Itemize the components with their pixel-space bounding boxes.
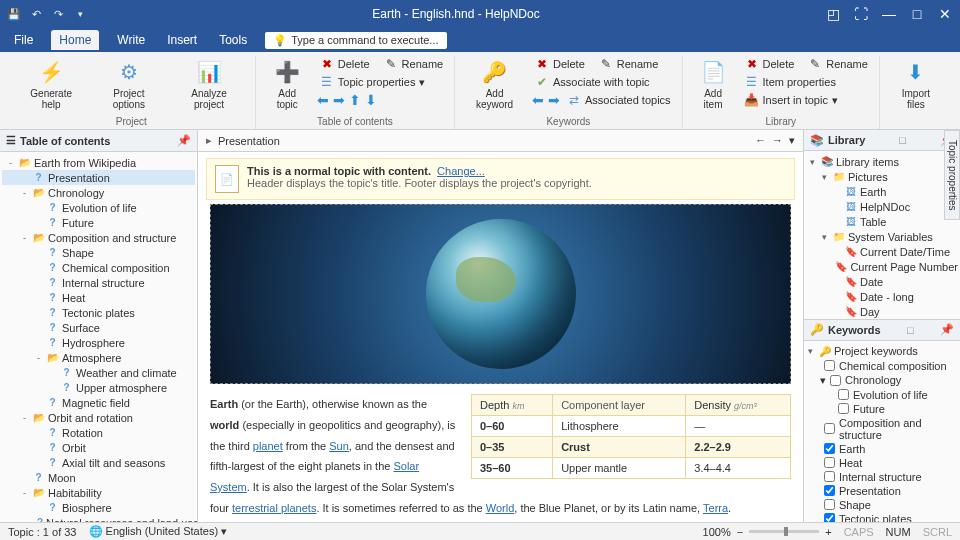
maximize-icon[interactable]: □ bbox=[908, 6, 926, 22]
menu-write[interactable]: Write bbox=[113, 31, 149, 49]
redo-icon[interactable]: ↷ bbox=[50, 6, 66, 22]
link-world[interactable]: World bbox=[486, 502, 515, 514]
delete-item-button[interactable]: ✖Delete bbox=[742, 56, 798, 72]
keyword-checkbox[interactable] bbox=[824, 423, 835, 434]
library-item[interactable]: 🖼HelpNDoc bbox=[806, 199, 958, 214]
library-item[interactable]: 🖼Table bbox=[806, 214, 958, 229]
keyword-item[interactable]: Presentation bbox=[806, 484, 958, 498]
library-item[interactable]: 🖼Earth bbox=[806, 184, 958, 199]
menu-insert[interactable]: Insert bbox=[163, 31, 201, 49]
topic-move-arrows[interactable]: ⬅➡⬆⬇ bbox=[317, 92, 446, 108]
pin-icon[interactable]: 📌 bbox=[177, 134, 191, 147]
link-terrestrial[interactable]: terrestrial planets bbox=[232, 502, 316, 514]
keyword-checkbox[interactable] bbox=[838, 389, 849, 400]
add-library-item-button[interactable]: 📄Add item bbox=[691, 56, 736, 112]
help-icon[interactable]: ◰ bbox=[824, 6, 842, 22]
add-keyword-button[interactable]: 🔑Add keyword bbox=[463, 56, 526, 112]
keywords-root[interactable]: ▾🔑Project keywords bbox=[806, 344, 958, 359]
library-item[interactable]: 🔖Date bbox=[806, 274, 958, 289]
keyword-item[interactable]: Earth bbox=[806, 442, 958, 456]
library-item[interactable]: 🔖Current Page Number bbox=[806, 259, 958, 274]
insert-in-topic-button[interactable]: 📥Insert in topic ▾ bbox=[742, 92, 871, 108]
topic-properties-button[interactable]: ☰Topic properties ▾ bbox=[317, 74, 446, 90]
link-planet[interactable]: planet bbox=[253, 440, 283, 452]
analyze-project-button[interactable]: 📊Analyze project bbox=[171, 56, 246, 112]
toc-item[interactable]: ?Evolution of life bbox=[2, 200, 195, 215]
toc-item[interactable]: ?Biosphere bbox=[2, 500, 195, 515]
keywords-tree[interactable]: ▾🔑Project keywordsChemical composition▾C… bbox=[804, 341, 960, 522]
keyword-item[interactable]: Future bbox=[806, 402, 958, 416]
toc-item[interactable]: ?Magnetic field bbox=[2, 395, 195, 410]
toc-item[interactable]: ?Upper atmosphere bbox=[2, 380, 195, 395]
toc-tree[interactable]: -📂Earth from Wikipedia?Presentation-📂Chr… bbox=[0, 152, 197, 522]
kw-maximize-icon[interactable]: □ bbox=[907, 324, 914, 336]
breadcrumb[interactable]: Presentation bbox=[218, 135, 280, 147]
toc-item[interactable]: -📂Atmosphere bbox=[2, 350, 195, 365]
qat-dropdown-icon[interactable]: ▾ bbox=[72, 6, 88, 22]
toc-item[interactable]: ?Moon bbox=[2, 470, 195, 485]
toc-item[interactable]: ?Rotation bbox=[2, 425, 195, 440]
nav-fwd-icon[interactable]: → bbox=[772, 134, 783, 147]
keyword-checkbox[interactable] bbox=[824, 471, 835, 482]
keyword-checkbox[interactable] bbox=[824, 485, 835, 496]
keyword-checkbox[interactable] bbox=[838, 403, 849, 414]
undo-icon[interactable]: ↶ bbox=[28, 6, 44, 22]
toc-item[interactable]: ?Future bbox=[2, 215, 195, 230]
library-item[interactable]: 🔖Day bbox=[806, 304, 958, 319]
project-options-button[interactable]: ⚙Project options bbox=[92, 56, 165, 112]
toc-item[interactable]: -📂Orbit and rotation bbox=[2, 410, 195, 425]
rename-keyword-button[interactable]: ✎Rename bbox=[596, 56, 662, 72]
keyword-checkbox[interactable] bbox=[824, 457, 835, 468]
toc-item[interactable]: ?Shape bbox=[2, 245, 195, 260]
library-tree[interactable]: ▾📚Library items▾📁Pictures🖼Earth🖼HelpNDoc… bbox=[804, 151, 960, 320]
import-files-button[interactable]: ⬇Import files bbox=[888, 56, 944, 112]
keyword-item[interactable]: Heat bbox=[806, 456, 958, 470]
toc-item[interactable]: -📂Earth from Wikipedia bbox=[2, 155, 195, 170]
toc-item[interactable]: ?Weather and climate bbox=[2, 365, 195, 380]
associate-keyword-button[interactable]: ✔Associate with topic bbox=[532, 74, 674, 90]
save-icon[interactable]: 💾 bbox=[6, 6, 22, 22]
minimize-icon[interactable]: — bbox=[880, 6, 898, 22]
topic-properties-tab[interactable]: Topic properties bbox=[944, 130, 960, 220]
add-topic-button[interactable]: ➕Add topic bbox=[264, 56, 311, 112]
nav-menu-icon[interactable]: ▾ bbox=[789, 134, 795, 147]
change-link[interactable]: Change... bbox=[437, 165, 485, 177]
toc-item[interactable]: ?Tectonic plates bbox=[2, 305, 195, 320]
library-item[interactable]: ▾📁Pictures bbox=[806, 169, 958, 184]
toc-item[interactable]: ?Axial tilt and seasons bbox=[2, 455, 195, 470]
keyword-checkbox[interactable] bbox=[824, 443, 835, 454]
keyword-checkbox[interactable] bbox=[830, 375, 841, 386]
status-lang[interactable]: 🌐 English (United States) ▾ bbox=[89, 525, 228, 538]
keyword-checkbox[interactable] bbox=[824, 499, 835, 510]
nav-back-icon[interactable]: ← bbox=[755, 134, 766, 147]
delete-keyword-button[interactable]: ✖Delete bbox=[532, 56, 588, 72]
toc-item[interactable]: ?Hydrosphere bbox=[2, 335, 195, 350]
keyword-item[interactable]: ▾Chronology bbox=[806, 373, 958, 388]
command-search[interactable]: 💡Type a command to execute... bbox=[265, 32, 446, 49]
fullscreen-icon[interactable]: ⛶ bbox=[852, 6, 870, 22]
zoom-control[interactable]: 100%−+ bbox=[703, 526, 832, 538]
toc-item[interactable]: ?Heat bbox=[2, 290, 195, 305]
keyword-checkbox[interactable] bbox=[824, 513, 835, 522]
menu-home[interactable]: Home bbox=[51, 30, 99, 50]
keyword-item[interactable]: Evolution of life bbox=[806, 388, 958, 402]
toc-item[interactable]: ?Chemical composition bbox=[2, 260, 195, 275]
link-terra[interactable]: Terra bbox=[703, 502, 728, 514]
menu-tools[interactable]: Tools bbox=[215, 31, 251, 49]
close-icon[interactable]: ✕ bbox=[936, 6, 954, 22]
item-properties-button[interactable]: ☰Item properties bbox=[742, 74, 871, 90]
keyword-item[interactable]: Shape bbox=[806, 498, 958, 512]
toc-item[interactable]: ?Internal structure bbox=[2, 275, 195, 290]
lib-maximize-icon[interactable]: □ bbox=[899, 134, 906, 146]
associated-topics-button[interactable]: ⇄Associated topics bbox=[564, 92, 674, 108]
toc-item[interactable]: ?Surface bbox=[2, 320, 195, 335]
keyword-item[interactable]: Composition and structure bbox=[806, 416, 958, 442]
rename-item-button[interactable]: ✎Rename bbox=[805, 56, 871, 72]
generate-help-button[interactable]: ⚡Generate help bbox=[16, 56, 86, 112]
toc-item[interactable]: -📂Composition and structure bbox=[2, 230, 195, 245]
menu-file[interactable]: File bbox=[10, 31, 37, 49]
library-item[interactable]: ▾📁System Variables bbox=[806, 229, 958, 244]
link-sun[interactable]: Sun bbox=[329, 440, 349, 452]
keyword-checkbox[interactable] bbox=[824, 360, 835, 371]
keyword-item[interactable]: Internal structure bbox=[806, 470, 958, 484]
